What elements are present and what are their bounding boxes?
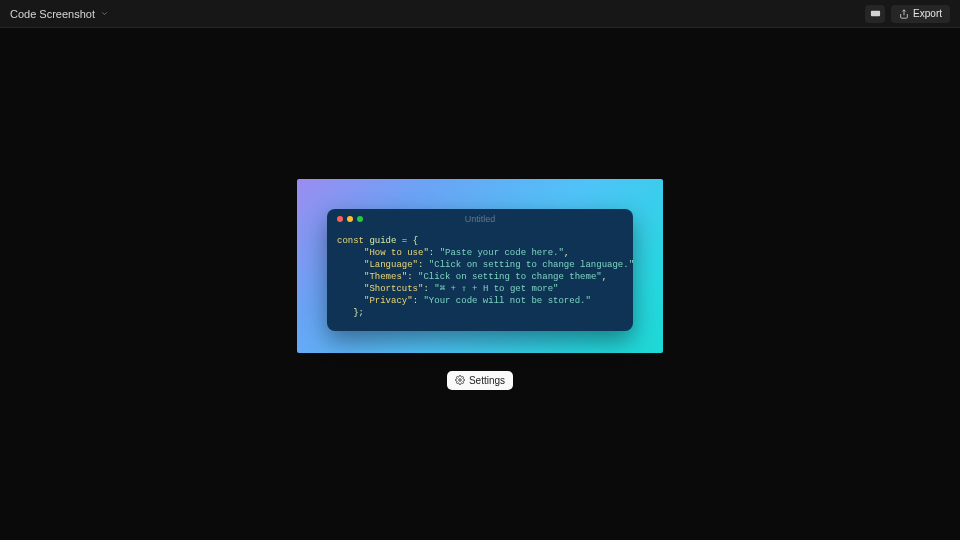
export-icon — [899, 5, 909, 23]
svg-rect-3 — [876, 12, 877, 13]
app-title: Code Screenshot — [10, 8, 95, 20]
traffic-light-yellow — [347, 216, 353, 222]
keyboard-icon — [870, 5, 881, 23]
svg-rect-0 — [871, 10, 880, 16]
keyboard-button[interactable] — [865, 5, 885, 23]
chevron-down-icon — [99, 9, 109, 19]
export-button[interactable]: Export — [891, 5, 950, 23]
traffic-lights — [337, 216, 363, 222]
header-actions: Export — [865, 5, 950, 23]
window-header: Untitled — [327, 209, 633, 229]
traffic-light-red — [337, 216, 343, 222]
title-dropdown[interactable]: Code Screenshot — [10, 8, 109, 20]
code-window: Untitled const guide = { "How to use": "… — [327, 209, 633, 332]
canvas-area: Untitled const guide = { "How to use": "… — [0, 28, 960, 540]
svg-point-7 — [459, 379, 462, 382]
settings-button-label: Settings — [469, 375, 505, 386]
svg-rect-5 — [873, 13, 878, 14]
export-button-label: Export — [913, 8, 942, 19]
svg-rect-1 — [872, 12, 873, 13]
svg-rect-4 — [877, 12, 878, 13]
app-header: Code Screenshot Export — [0, 0, 960, 28]
traffic-light-green — [357, 216, 363, 222]
settings-button[interactable]: Settings — [447, 371, 513, 390]
gear-icon — [455, 371, 465, 389]
svg-rect-2 — [874, 12, 875, 13]
code-editor[interactable]: const guide = { "How to use": "Paste you… — [327, 229, 633, 332]
window-title[interactable]: Untitled — [465, 214, 496, 224]
screenshot-frame[interactable]: Untitled const guide = { "How to use": "… — [297, 179, 663, 353]
